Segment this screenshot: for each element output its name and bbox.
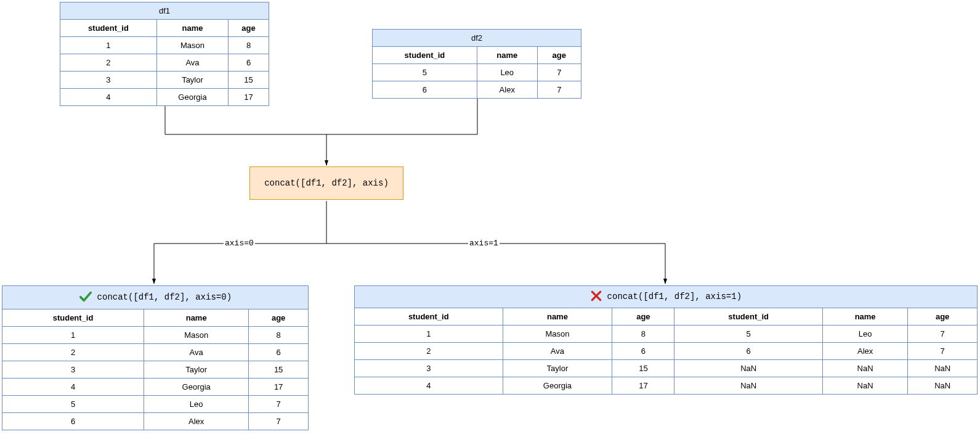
- result-axis0-table: concat([df1, df2], axis=0) student_id na…: [2, 285, 309, 430]
- branch-label-axis1: axis=1: [468, 239, 500, 248]
- result1-col-3: student_id: [674, 308, 823, 326]
- result1-col-1: name: [503, 308, 612, 326]
- table-row: 6Alex7: [2, 413, 309, 430]
- concat-operation-label: concat([df1, df2], axis): [264, 178, 389, 188]
- result0-col-2: age: [249, 309, 309, 327]
- df1-title: df1: [60, 2, 269, 20]
- df2-table: df2 student_id name age 5Leo7 6Alex7: [372, 29, 581, 99]
- result-axis1-table: concat([df1, df2], axis=1) student_id na…: [354, 285, 978, 395]
- result-axis1-title: concat([df1, df2], axis=1): [355, 286, 978, 308]
- table-row: 1Mason8: [2, 327, 309, 344]
- df1-table: df1 student_id name age 1Mason8 2Ava6 3T…: [60, 2, 269, 106]
- df1-col-1: name: [156, 20, 228, 37]
- table-row: 3Taylor15NaNNaNNaN: [355, 360, 978, 377]
- table-row: 2Ava6: [2, 344, 309, 361]
- table-row: 2Ava6: [60, 54, 269, 72]
- df2-col-2: age: [537, 47, 581, 64]
- table-row: 1Mason8: [60, 37, 269, 54]
- result-axis0-title: concat([df1, df2], axis=0): [2, 286, 309, 309]
- result0-col-0: student_id: [2, 309, 144, 327]
- concat-operation-box: concat([df1, df2], axis): [249, 166, 403, 200]
- result1-col-5: age: [908, 308, 978, 326]
- branch-label-axis0: axis=0: [224, 239, 255, 248]
- df1-col-2: age: [229, 20, 269, 37]
- table-row: 4Georgia17: [2, 379, 309, 396]
- table-row: 3Taylor15: [2, 361, 309, 379]
- result0-col-1: name: [144, 309, 249, 327]
- table-row: 4Georgia17NaNNaNNaN: [355, 377, 978, 395]
- table-row: 5Leo7: [2, 396, 309, 413]
- df2-col-0: student_id: [373, 47, 477, 64]
- result1-col-4: name: [822, 308, 907, 326]
- table-row: 5Leo7: [373, 64, 581, 81]
- cross-icon: [590, 290, 602, 304]
- df2-col-1: name: [477, 47, 537, 64]
- result-axis0-title-text: concat([df1, df2], axis=0): [97, 292, 232, 302]
- table-row: 3Taylor15: [60, 72, 269, 89]
- result1-col-0: student_id: [355, 308, 503, 326]
- df1-col-0: student_id: [60, 20, 157, 37]
- df2-title: df2: [373, 30, 581, 47]
- table-row: 6Alex7: [373, 81, 581, 99]
- result-axis1-title-text: concat([df1, df2], axis=1): [607, 292, 742, 301]
- result1-col-2: age: [612, 308, 674, 326]
- table-row: 2Ava66Alex7: [355, 343, 978, 360]
- table-row: 1Mason85Leo7: [355, 326, 978, 343]
- table-row: 4Georgia17: [60, 89, 269, 106]
- check-icon: [79, 290, 92, 305]
